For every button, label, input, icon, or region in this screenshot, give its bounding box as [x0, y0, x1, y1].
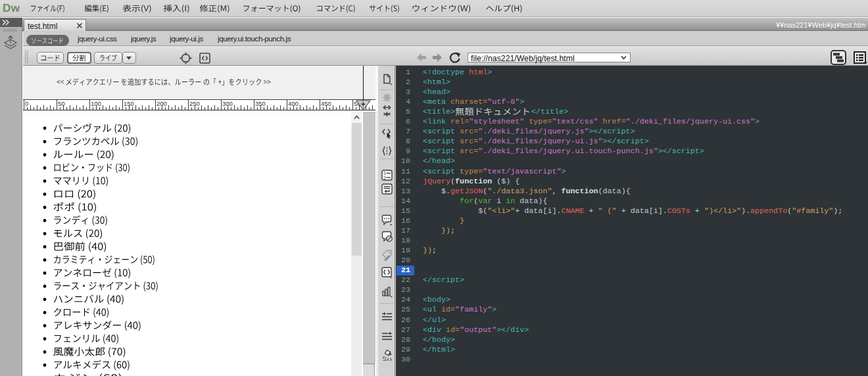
svg-text:400: 400 [288, 100, 299, 107]
svg-text:2: 2 [383, 176, 386, 180]
svg-text:450: 450 [321, 100, 331, 107]
svg-text:150: 150 [124, 100, 134, 107]
svg-text:100: 100 [91, 100, 101, 107]
svg-text:200: 200 [157, 100, 167, 107]
svg-text:50: 50 [58, 100, 65, 107]
svg-text:300: 300 [222, 100, 233, 107]
svg-text:350: 350 [255, 100, 266, 107]
svg-text:250: 250 [189, 100, 200, 107]
svg-text:0: 0 [25, 100, 28, 107]
